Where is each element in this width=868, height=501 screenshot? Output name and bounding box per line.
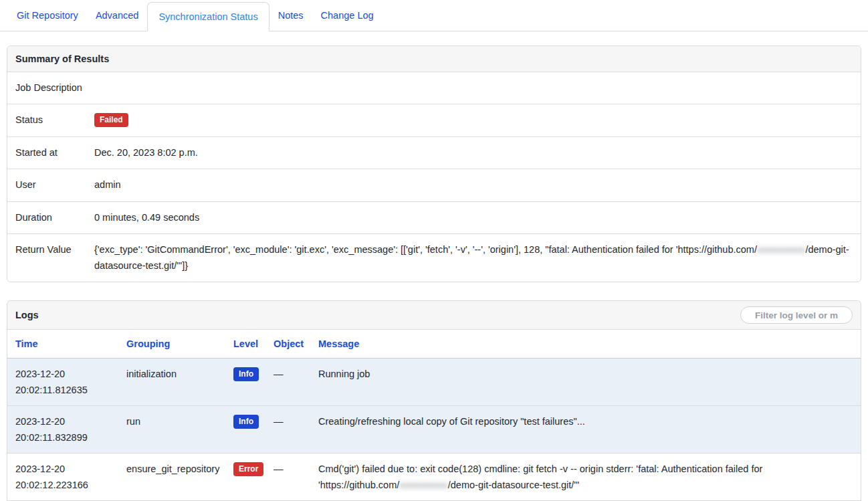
column-header-level[interactable]: Level [233,330,274,359]
logs-card: Logs Time Grouping Level Object Message … [7,300,861,501]
return-value-text: {'exc_type': 'GitCommandError', 'exc_mod… [94,242,853,274]
log-time-cell: 2023-12-20 20:02:11.812635 [7,359,126,406]
summary-row-status: Status Failed [7,104,861,136]
duration-label: Duration [15,210,86,225]
log-filter-input[interactable] [740,306,853,324]
job-description-label: Job Description [15,80,86,96]
log-level-badge: Error [233,462,263,476]
started-at-label: Started at [15,145,86,161]
log-message-suffix: /demo-git-datasource-test.git/'" [448,480,580,490]
log-time-cell: 2023-12-20 20:02:12.223166 [7,454,126,501]
tab-bar: Git Repository Advanced Synchronization … [0,0,868,31]
logs-card-header: Logs [7,301,861,330]
log-date: 2023-12-20 [15,461,118,477]
tab-change-log[interactable]: Change Log [312,0,383,31]
redacted-text: xxxxxxxxxx [399,480,448,490]
log-level-cell: Error [233,454,274,501]
log-timestamp: 20:02:12.223166 [15,477,118,493]
column-header-grouping[interactable]: Grouping [126,330,233,359]
log-timestamp: 20:02:11.832899 [15,429,118,445]
log-grouping-cell: ensure_git_repository [126,454,233,501]
log-object-cell: — [274,406,318,454]
summary-row-started-at: Started at Dec. 20, 2023 8:02 p.m. [7,137,861,169]
log-time-cell: 2023-12-20 20:02:11.832899 [7,406,126,454]
log-message-cell: Cmd('git') failed due to: exit code(128)… [318,454,861,501]
summary-title: Summary of Results [7,46,861,72]
redacted-text: xxxxxxxxxx [757,244,806,255]
summary-card: Summary of Results Job Description Statu… [7,45,861,282]
log-object-cell: — [274,454,318,501]
log-date: 2023-12-20 [15,366,118,382]
return-value-label: Return Value [15,242,86,274]
summary-row-duration: Duration 0 minutes, 0.49 seconds [7,202,861,234]
tab-notes[interactable]: Notes [269,0,312,31]
user-value: admin [94,177,853,193]
column-header-message[interactable]: Message [318,330,861,359]
tab-synchronization-status[interactable]: Synchronization Status [147,2,269,31]
log-message-cell: Running job [318,359,861,406]
tab-advanced[interactable]: Advanced [87,0,148,31]
log-row: 2023-12-20 20:02:11.812635 initializatio… [7,359,861,406]
log-grouping-cell: initialization [126,359,233,406]
log-timestamp: 20:02:11.812635 [15,382,118,398]
log-table: Time Grouping Level Object Message 2023-… [7,330,861,501]
log-level-cell: Info [233,406,274,454]
user-label: User [15,177,86,193]
tab-git-repository[interactable]: Git Repository [8,0,87,31]
logs-title: Logs [15,310,39,320]
return-value-prefix: {'exc_type': 'GitCommandError', 'exc_mod… [94,244,757,255]
log-date: 2023-12-20 [15,413,118,429]
summary-row-job-description: Job Description [7,72,861,104]
log-row: 2023-12-20 20:02:11.832899 run Info — Cr… [7,406,861,454]
log-level-badge: Info [233,415,259,429]
log-message-cell: Creating/refreshing local copy of Git re… [318,406,861,454]
started-at-value: Dec. 20, 2023 8:02 p.m. [94,145,853,161]
log-object-cell: — [274,359,318,406]
column-header-object[interactable]: Object [274,330,318,359]
log-row: 2023-12-20 20:02:12.223166 ensure_git_re… [7,454,861,501]
log-table-header-row: Time Grouping Level Object Message [7,330,861,359]
status-badge: Failed [94,113,128,127]
summary-row-user: User admin [7,169,861,201]
log-level-badge: Info [233,367,259,381]
log-level-cell: Info [233,359,274,406]
log-grouping-cell: run [126,406,233,454]
job-description-value [94,80,853,96]
duration-value: 0 minutes, 0.49 seconds [94,210,853,225]
summary-row-return-value: Return Value {'exc_type': 'GitCommandErr… [7,234,861,282]
status-label: Status [15,112,86,128]
status-value: Failed [94,112,853,128]
column-header-time[interactable]: Time [7,330,126,359]
